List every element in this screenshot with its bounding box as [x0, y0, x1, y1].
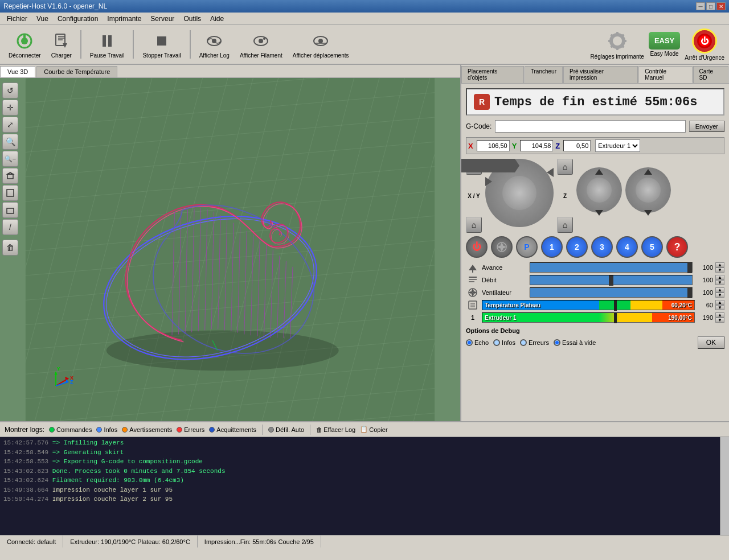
menu-outils[interactable]: Outils [179, 14, 206, 24]
z-up-button[interactable] [595, 169, 603, 175]
filter-infos[interactable]: Infos [96, 426, 117, 433]
avance-up[interactable]: ▲ [715, 262, 724, 267]
debug-essai[interactable]: Essai à vide [554, 339, 596, 346]
temp-extrudeur-track[interactable]: Extrudeur 1 190,00°C [482, 312, 695, 323]
move-tool[interactable]: ✛ [2, 100, 18, 116]
stopper-button[interactable]: Stopper Travail [138, 28, 185, 61]
ventilateur-slider[interactable] [530, 287, 693, 298]
reglages-btn[interactable]: Réglages imprimante [590, 30, 644, 60]
debug-echo-radio[interactable] [466, 339, 473, 346]
ventilateur-handle[interactable] [687, 288, 692, 298]
ventilateur-up[interactable]: ▲ [715, 287, 724, 293]
xy-dpad[interactable] [485, 159, 554, 227]
charger-button[interactable]: Charger [47, 28, 76, 61]
debug-erreurs-radio[interactable] [520, 339, 527, 346]
easy-mode-btn[interactable]: EASY Easy Mode [649, 32, 680, 57]
debit-handle[interactable] [609, 275, 613, 286]
disconnect-button[interactable]: Déconnecter [5, 28, 45, 61]
debug-echo[interactable]: Echo [466, 339, 489, 346]
afficher-dep-button[interactable]: Afficher déplacements [289, 28, 353, 61]
xy-up-button[interactable] [461, 159, 519, 166]
log-content[interactable]: 15:42:57.576 => Infilling layers15:42:58… [0, 437, 720, 535]
viewport-3d[interactable]: X Y Z ↺ ✛ ⤢ 🔍 🔍− [0, 78, 460, 421]
gcode-input[interactable] [495, 120, 685, 133]
minimize-button[interactable]: ─ [696, 2, 705, 10]
debug-infos-radio[interactable] [493, 339, 500, 346]
pause-button[interactable]: Pause Travail [86, 28, 129, 61]
ventilateur-down[interactable]: ▼ [715, 293, 724, 298]
maximize-button[interactable]: □ [706, 2, 715, 10]
temp-plateau-up[interactable]: ▲ [715, 300, 724, 305]
tab-placements[interactable]: Placements d'objets [461, 66, 524, 83]
afficher-fil-button[interactable]: Afficher Filament [236, 28, 286, 61]
log-scrollbar[interactable] [720, 437, 729, 535]
view-iso-tool[interactable] [2, 168, 18, 184]
filter-avertissements[interactable]: Avertissements [122, 426, 172, 433]
rotate-tool[interactable]: ↺ [2, 83, 18, 98]
btn-2[interactable]: 2 [566, 236, 588, 258]
debit-down[interactable]: ▼ [715, 280, 724, 285]
pan-tool[interactable]: ⤢ [2, 117, 18, 133]
debit-slider[interactable] [530, 275, 693, 285]
z-input[interactable] [563, 140, 591, 151]
z-dpad[interactable] [576, 159, 622, 227]
tab-trancheur[interactable]: Trancheur [525, 66, 563, 83]
temp-extrudeur-down[interactable]: ▼ [715, 318, 724, 323]
temp-extrudeur-up[interactable]: ▲ [715, 312, 724, 318]
fan-button[interactable] [491, 236, 513, 258]
copier-btn[interactable]: 📋 Copier [360, 426, 387, 433]
filter-defil[interactable]: Défil. Auto [268, 426, 304, 433]
ok-button[interactable]: OK [698, 336, 724, 349]
avance-down[interactable]: ▼ [715, 267, 724, 273]
view-front-tool[interactable] [2, 202, 18, 218]
temp-plateau-down[interactable]: ▼ [715, 305, 724, 310]
btn-3[interactable]: 3 [591, 236, 613, 258]
effacer-log-btn[interactable]: 🗑 Effacer Log [316, 426, 355, 433]
close-button[interactable]: ✕ [716, 2, 726, 10]
tab-previsualiser[interactable]: Pré visualiser impression [563, 66, 638, 83]
avance-handle[interactable] [687, 263, 692, 273]
debug-infos[interactable]: Infos [493, 339, 515, 346]
tab-controle[interactable]: Contrôle Manuel [638, 66, 692, 83]
home-bottom-button[interactable]: ⌂ [466, 217, 482, 233]
e-up-button[interactable] [644, 169, 652, 175]
debit-up[interactable]: ▲ [715, 275, 724, 280]
temp-extrudeur-handle[interactable] [614, 313, 617, 323]
filter-erreurs[interactable]: Erreurs [177, 426, 204, 433]
view-top-tool[interactable] [2, 185, 18, 201]
debug-essai-radio[interactable] [554, 339, 560, 346]
tab-courbe[interactable]: Courbe de Température [36, 66, 117, 77]
emergency-btn[interactable]: ⏻ Arrêt d'Urgence [685, 28, 724, 61]
diagonal-tool[interactable]: / [2, 219, 18, 235]
btn-1[interactable]: 1 [541, 236, 563, 258]
btn-5[interactable]: 5 [641, 236, 663, 258]
filter-acquittements[interactable]: Acquittements [209, 426, 256, 433]
extruder-select[interactable]: Extrudeur 1 [595, 139, 640, 152]
menu-aide[interactable]: Aide [206, 14, 228, 24]
zoom-in-tool[interactable]: 🔍 [2, 134, 18, 150]
menu-vue[interactable]: Vue [32, 14, 53, 24]
menu-serveur[interactable]: Serveur [146, 14, 179, 24]
btn-4[interactable]: 4 [616, 236, 638, 258]
y-input[interactable] [520, 140, 553, 151]
e-down-button[interactable] [644, 210, 652, 216]
filter-commandes[interactable]: Commandes [49, 426, 92, 433]
power-button[interactable]: ⏻ [466, 236, 488, 258]
menu-configuration[interactable]: Configuration [53, 14, 103, 24]
temp-plateau-handle[interactable] [614, 300, 617, 311]
x-input[interactable] [477, 140, 510, 151]
avance-slider[interactable] [530, 262, 693, 273]
home-z-button[interactable]: ⌂ [557, 217, 573, 233]
temp-plateau-track[interactable]: Température Plateau 60,20°C [482, 300, 695, 310]
tab-carte-sd[interactable]: Carte SD [693, 66, 728, 83]
debug-erreurs[interactable]: Erreurs [520, 339, 549, 346]
xy-right-button[interactable] [485, 177, 554, 186]
e-dpad[interactable] [625, 159, 671, 227]
menu-imprimante[interactable]: Imprimante [103, 14, 146, 24]
menu-fichier[interactable]: Fichier [2, 14, 32, 24]
z-down-button[interactable] [595, 210, 603, 216]
help-button[interactable]: ? [666, 236, 688, 258]
xy-left-button[interactable] [485, 168, 554, 177]
afficher-log-button[interactable]: Afficher Log [195, 28, 234, 61]
p-button[interactable]: P [516, 236, 538, 258]
